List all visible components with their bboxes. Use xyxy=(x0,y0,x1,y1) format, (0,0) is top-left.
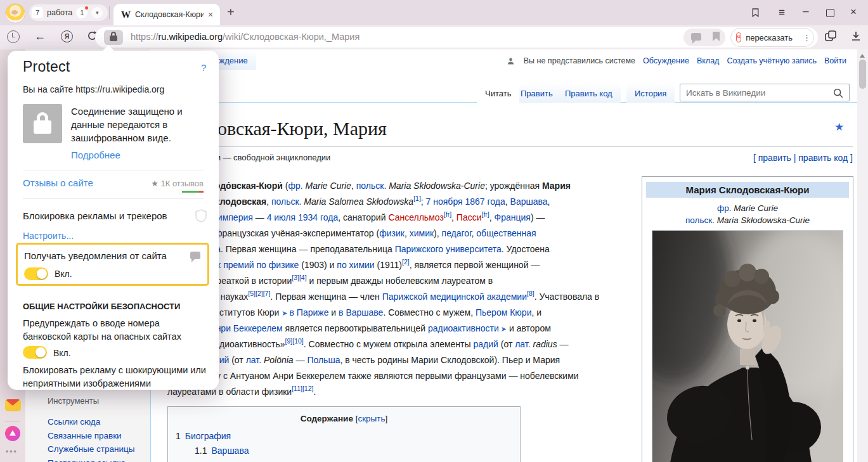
personal-bar-item[interactable]: Обсуждение xyxy=(643,56,689,65)
ref-link[interactable]: [1] xyxy=(413,195,421,202)
retell-more-icon[interactable]: ⋮ xyxy=(803,33,811,42)
configure-link[interactable]: Настроить... xyxy=(23,231,74,241)
personal-bar-item[interactable]: Вклад xyxy=(697,56,720,65)
maximize-icon[interactable] xyxy=(826,9,834,17)
sidebar-tools-link[interactable]: Ссылки сюда xyxy=(48,417,100,427)
retell-button[interactable]: « пересказать ⋮ xyxy=(730,28,814,47)
sidebar-tools-link[interactable]: Служебные страницы xyxy=(48,444,134,454)
wiki-link[interactable]: 4 июля xyxy=(267,212,295,222)
profile-avatar[interactable] xyxy=(5,3,25,23)
wiki-link[interactable]: лат. xyxy=(515,339,530,349)
mail-icon[interactable] xyxy=(5,399,21,411)
ref-link[interactable]: [fr] xyxy=(482,210,489,218)
wiki-link[interactable]: фр. xyxy=(288,181,303,191)
toc-link[interactable]: Варшава xyxy=(211,446,249,456)
wiki-tab-action[interactable]: Править xyxy=(512,82,561,103)
extensions-icon[interactable] xyxy=(824,30,837,45)
goto-arrow-icon[interactable]: ➤ xyxy=(282,309,289,317)
connection-status-text: Соединение защищено и данные передаются … xyxy=(71,105,208,144)
wiki-link[interactable]: по химии xyxy=(337,260,374,270)
sidebar-tools-link[interactable]: Связанные правки xyxy=(48,431,122,440)
notifications-toggle[interactable] xyxy=(24,267,48,280)
minimize-icon[interactable]: – xyxy=(803,5,808,18)
yandex-home-icon[interactable]: Я xyxy=(61,30,73,42)
menu-icon[interactable]: ≡ xyxy=(779,6,785,19)
ref-link[interactable]: [7] xyxy=(263,290,271,297)
url-text[interactable]: https://ru.wikipedia.org/wiki/Склодовска… xyxy=(131,32,360,42)
personal-bar-item[interactable]: Вы не представились системе xyxy=(524,56,635,65)
wiki-link[interactable]: польск. xyxy=(356,181,387,191)
scrollbar-thumb[interactable] xyxy=(859,60,866,89)
wiki-link[interactable]: радиоактивности xyxy=(428,323,499,333)
lock-icon[interactable] xyxy=(104,30,123,45)
ref-link[interactable]: [3] xyxy=(292,274,299,281)
wiki-link[interactable]: лат. xyxy=(246,355,261,365)
details-link[interactable]: Подробнее xyxy=(71,150,120,160)
wiki-link[interactable]: педагог xyxy=(442,228,472,238)
toc-hide-link[interactable]: скрыть xyxy=(358,414,385,423)
wiki-link[interactable]: радий xyxy=(473,339,498,349)
downloads-icon[interactable] xyxy=(850,30,862,45)
tab-close-icon[interactable]: × xyxy=(208,10,213,19)
wiki-link[interactable]: Пьером Кюри xyxy=(476,307,532,318)
wiki-link[interactable]: 1867 года xyxy=(465,196,505,207)
wiki-redlink[interactable]: Санселльмоз xyxy=(388,212,443,222)
wiki-link[interactable]: Парижского университета xyxy=(395,244,502,254)
ref-link[interactable]: [9] xyxy=(285,337,293,345)
pl-label-link[interactable]: польск. xyxy=(685,215,715,225)
ref-link[interactable]: [4] xyxy=(299,274,307,281)
wiki-link[interactable]: физик xyxy=(379,228,405,238)
wiki-link[interactable]: в Париже xyxy=(290,307,329,318)
wiki-link[interactable]: 1934 года xyxy=(298,212,338,222)
wiki-tab-active[interactable]: Читать xyxy=(477,82,519,103)
personal-bar-item[interactable]: Создать учётную запись xyxy=(727,56,817,65)
card-warning-toggle[interactable] xyxy=(23,346,47,359)
toc-link[interactable]: Биография xyxy=(185,431,231,441)
back-icon[interactable]: ← xyxy=(34,30,46,43)
new-tab-button[interactable]: + xyxy=(227,5,235,20)
wiki-link[interactable]: Варшава xyxy=(510,196,548,207)
help-link[interactable]: ? xyxy=(201,62,206,73)
more-icon[interactable]: ••• xyxy=(6,447,18,456)
ref-link[interactable]: [5] xyxy=(248,290,256,297)
wiki-link[interactable]: польск. xyxy=(271,196,302,207)
ref-link[interactable]: [12] xyxy=(302,385,314,392)
wiki-search-input[interactable]: Искать в Википедии xyxy=(680,84,850,101)
goto-arrow-icon[interactable]: ➤ xyxy=(499,325,507,333)
wiki-link[interactable]: Парижской медицинской академии xyxy=(382,292,527,302)
ref-link[interactable]: [2] xyxy=(402,258,410,266)
reviews-count[interactable]: ★ 1К отзывов xyxy=(8,179,204,188)
browser-tab-active[interactable]: W Склодовская-Кюри, Ма × xyxy=(113,4,220,25)
ref-link[interactable]: [8] xyxy=(527,290,534,297)
alice-assistant-icon[interactable] xyxy=(5,426,20,441)
wiki-link[interactable]: 7 ноября xyxy=(426,196,463,207)
tab-separator xyxy=(109,6,110,19)
ref-link[interactable]: [fr] xyxy=(444,210,451,218)
wiki-link[interactable]: в Варшаве xyxy=(339,307,383,318)
portrait-photo[interactable] xyxy=(652,230,843,462)
close-window-icon[interactable]: × xyxy=(850,6,857,18)
chevron-down-icon[interactable]: ▾ xyxy=(91,7,103,18)
personal-bar-item[interactable]: Войти xyxy=(824,56,846,65)
wiki-tab-action[interactable]: Править код xyxy=(557,82,621,103)
search-icon[interactable] xyxy=(832,87,844,101)
wiki-link[interactable]: общественная xyxy=(476,228,536,238)
comments-icon[interactable] xyxy=(691,33,701,41)
wiki-link[interactable]: Польша xyxy=(307,355,340,365)
watchlist-star-icon[interactable]: ★ xyxy=(834,120,844,134)
ref-link[interactable]: [11] xyxy=(292,385,302,392)
section-edit-links[interactable]: [ править | править код ] xyxy=(663,153,853,163)
bookmarks-panel-icon[interactable] xyxy=(750,7,761,21)
fr-label-link[interactable]: фр. xyxy=(717,203,731,213)
ref-link[interactable]: [2] xyxy=(256,290,263,297)
sidebar-tools-link[interactable]: Постоянная ссылка xyxy=(48,458,126,462)
wiki-redlink[interactable]: Пасси xyxy=(457,212,482,222)
wiki-tab-action[interactable]: История xyxy=(626,82,675,103)
scrollbar-up-arrow[interactable] xyxy=(860,51,865,58)
ref-link[interactable]: [10] xyxy=(292,337,304,345)
history-clock-icon[interactable] xyxy=(7,30,20,43)
tab-group[interactable]: 7 работа 1 ▾ xyxy=(29,4,108,21)
wiki-link[interactable]: химик xyxy=(410,228,434,238)
scrollbar[interactable] xyxy=(857,49,868,462)
wiki-link[interactable]: Франция xyxy=(495,212,531,222)
